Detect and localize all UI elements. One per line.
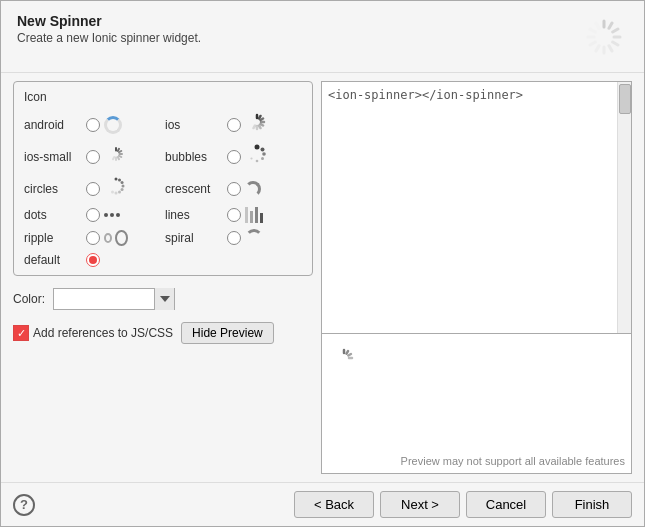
svg-point-36	[121, 181, 124, 184]
icon-item-dots: dots	[24, 207, 161, 223]
dots-radio[interactable]	[86, 208, 100, 222]
svg-point-39	[118, 191, 121, 194]
svg-line-17	[259, 125, 261, 128]
svg-line-13	[259, 116, 261, 119]
svg-point-40	[115, 192, 118, 195]
icon-item-lines: lines	[165, 207, 302, 223]
svg-point-32	[256, 160, 259, 163]
dialog-body: Icon android ios	[1, 73, 644, 482]
default-label: default	[24, 253, 82, 267]
circles-spinner-icon	[104, 176, 128, 201]
finish-button[interactable]: Finish	[552, 491, 632, 518]
visual-preview: Preview may not support all available fe…	[321, 334, 632, 474]
dialog-title: New Spinner	[17, 13, 201, 29]
ios-small-radio[interactable]	[86, 150, 100, 164]
color-dropdown-button[interactable]	[154, 288, 174, 310]
svg-line-5	[609, 46, 612, 51]
icon-group-legend: Icon	[24, 90, 302, 104]
android-label: android	[24, 118, 82, 132]
color-row: Color:	[13, 284, 313, 314]
preview-spinner	[328, 342, 625, 374]
circles-label: circles	[24, 182, 82, 196]
add-references-checkbox[interactable]	[13, 325, 29, 341]
spiral-radio[interactable]	[227, 231, 241, 245]
footer-buttons: < Back Next > Cancel Finish	[294, 491, 632, 518]
crescent-radio[interactable]	[227, 182, 241, 196]
svg-point-29	[261, 148, 265, 152]
crescent-spinner-icon	[245, 181, 269, 197]
icon-item-default: default	[24, 253, 161, 267]
svg-line-4	[613, 42, 618, 45]
add-references-wrap: Add references to JS/CSS	[13, 325, 173, 341]
color-input-wrap	[53, 288, 175, 310]
help-icon[interactable]: ?	[13, 494, 35, 516]
preview-note: Preview may not support all available fe…	[328, 455, 625, 469]
dialog-footer: ? < Back Next > Cancel Finish	[1, 482, 644, 526]
icon-item-ios: ios	[165, 112, 302, 137]
svg-line-24	[119, 156, 121, 157]
svg-line-14	[260, 119, 263, 121]
dots-label: dots	[24, 208, 82, 222]
icon-item-bubbles: bubbles	[165, 143, 302, 170]
svg-point-35	[118, 178, 121, 181]
icon-item-android: android	[24, 112, 161, 137]
ios-label: ios	[165, 118, 223, 132]
dots-spinner-icon	[104, 213, 128, 217]
icon-item-ios-small: ios-small	[24, 143, 161, 170]
header-text: New Spinner Create a new Ionic spinner w…	[17, 13, 201, 45]
right-panel: <ion-spinner></ion-spinner>	[321, 81, 632, 474]
bubbles-radio[interactable]	[227, 150, 241, 164]
spiral-spinner-icon	[245, 229, 269, 247]
new-spinner-dialog: New Spinner Create a new Ionic spinner w…	[0, 0, 645, 527]
add-references-label: Add references to JS/CSS	[33, 326, 173, 340]
next-button[interactable]: Next >	[380, 491, 460, 518]
icon-item-ripple: ripple	[24, 229, 161, 247]
dialog-header: New Spinner Create a new Ionic spinner w…	[1, 1, 644, 73]
lines-radio[interactable]	[227, 208, 241, 222]
icon-item-crescent: crescent	[165, 176, 302, 201]
ripple-radio[interactable]	[86, 231, 100, 245]
icon-group: Icon android ios	[13, 81, 313, 276]
svg-line-11	[596, 23, 599, 28]
ripple-spinner-icon	[104, 230, 128, 246]
code-preview-text: <ion-spinner></ion-spinner>	[328, 88, 523, 102]
svg-point-34	[115, 178, 118, 181]
svg-point-30	[262, 152, 266, 156]
cancel-button[interactable]: Cancel	[466, 491, 546, 518]
code-scrollbar[interactable]	[617, 82, 631, 333]
ios-radio[interactable]	[227, 118, 241, 132]
bubbles-label: bubbles	[165, 150, 223, 164]
color-input[interactable]	[54, 289, 154, 309]
color-label: Color:	[13, 292, 45, 306]
svg-line-10	[590, 29, 595, 32]
bubbles-spinner-icon	[245, 143, 269, 170]
android-radio[interactable]	[86, 118, 100, 132]
svg-point-37	[122, 185, 125, 188]
svg-point-38	[121, 188, 124, 191]
code-preview: <ion-spinner></ion-spinner>	[321, 81, 632, 334]
android-spinner-icon	[104, 116, 128, 134]
svg-line-27	[113, 157, 114, 159]
svg-line-8	[590, 42, 595, 45]
default-radio[interactable]	[86, 253, 100, 267]
footer-left: ?	[13, 494, 35, 516]
icon-item-circles: circles	[24, 176, 161, 201]
bottom-options: Add references to JS/CSS Hide Preview	[13, 322, 313, 344]
spinner-logo	[580, 13, 628, 64]
svg-point-41	[111, 191, 114, 194]
ios-small-spinner-icon	[104, 144, 128, 169]
svg-line-19	[254, 125, 256, 128]
circles-radio[interactable]	[86, 182, 100, 196]
svg-point-31	[261, 157, 264, 160]
crescent-label: crescent	[165, 182, 223, 196]
svg-line-44	[347, 351, 349, 354]
hide-preview-button[interactable]: Hide Preview	[181, 322, 274, 344]
svg-line-2	[613, 29, 618, 32]
svg-line-22	[119, 151, 121, 152]
svg-line-7	[596, 46, 599, 51]
svg-point-28	[255, 145, 260, 150]
ripple-label: ripple	[24, 231, 82, 245]
dialog-subtitle: Create a new Ionic spinner widget.	[17, 31, 201, 45]
spiral-label: spiral	[165, 231, 223, 245]
back-button[interactable]: < Back	[294, 491, 374, 518]
